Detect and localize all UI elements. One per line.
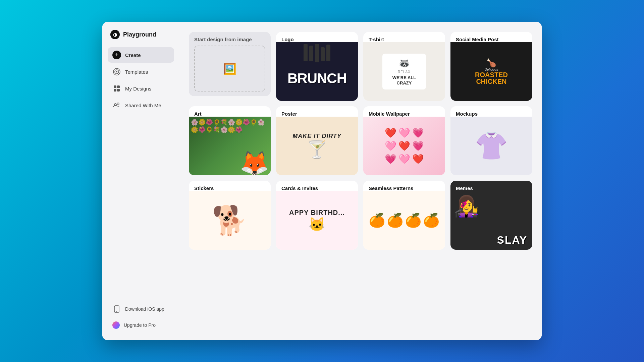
- sidebar-item-shared[interactable]: Shared With Me: [108, 98, 174, 113]
- relax-text: Relax: [388, 70, 421, 74]
- create-nav-icon: +: [112, 51, 121, 59]
- upgrade-pro-button[interactable]: Upgrade to Pro: [108, 318, 174, 332]
- card-invites[interactable]: Cards & Invites APPY BIRTHD... 🐱: [276, 181, 358, 250]
- download-ios-button[interactable]: Download iOS app: [108, 301, 174, 317]
- card-mobile-wallpaper[interactable]: Mobile Wallpaper ❤️ 🩷 💗 🩷 ❤️ 💗 💗 🩷 ❤️: [363, 106, 445, 175]
- slay-text: SLAY: [497, 234, 527, 246]
- svg-rect-6: [117, 89, 120, 92]
- sidebar-shared-label: Shared With Me: [125, 103, 161, 108]
- upload-icon: 🖼️: [223, 62, 236, 75]
- raccoon-icon: 🦝: [388, 58, 421, 69]
- heart-2: 🩷: [398, 127, 410, 138]
- poster-content: MAKE IT DIRTY 🍸: [292, 133, 341, 159]
- my-designs-icon: [112, 84, 121, 93]
- upgrade-pro-label: Upgrade to Pro: [124, 322, 156, 328]
- card-start-from-image[interactable]: Start design from image 🖼️: [189, 32, 271, 96]
- poster-label: Poster: [276, 106, 358, 117]
- phone-icon: [112, 305, 121, 313]
- invites-label: Cards & Invites: [276, 181, 358, 191]
- mobile-preview: ❤️ 🩷 💗 🩷 ❤️ 💗 💗 🩷 ❤️: [363, 117, 445, 175]
- stickers-label: Stickers: [189, 181, 271, 191]
- social-preview: 🍗 Delicious ROASTEDCHICKEN: [450, 42, 532, 101]
- orange-4-icon: 🍊: [423, 213, 440, 228]
- app-window: ◑ Playground + Create Templates: [102, 22, 542, 340]
- template-icon: [112, 67, 121, 76]
- logo-preview: BRUNCH: [276, 42, 358, 101]
- social-media-label: Social Media Post: [450, 32, 532, 42]
- tshirt-content: 🦝 Relax WE'RE ALL CRAZY: [382, 54, 426, 89]
- heart-3: 💗: [412, 127, 424, 138]
- mobile-wallpaper-label: Mobile Wallpaper: [363, 106, 445, 117]
- heart-8: 🩷: [398, 154, 410, 165]
- social-content: 🍗 Delicious ROASTEDCHICKEN: [475, 58, 508, 85]
- svg-rect-4: [117, 85, 120, 88]
- card-mockups[interactable]: Mockups 👚: [450, 106, 532, 175]
- poster-preview: MAKE IT DIRTY 🍸: [276, 117, 358, 175]
- sidebar-item-create[interactable]: + Create: [108, 47, 174, 63]
- stickers-preview: 🐕: [189, 191, 271, 250]
- sidebar-item-my-designs[interactable]: My Designs: [108, 81, 174, 96]
- mockups-preview: 👚: [450, 117, 532, 175]
- heart-4: 🩷: [385, 140, 396, 152]
- plus-circle-icon: +: [112, 51, 121, 59]
- meme-person-icon: 👩‍🎤: [454, 194, 479, 218]
- svg-point-8: [117, 103, 119, 105]
- tshirt-preview: 🦝 Relax WE'RE ALL CRAZY: [363, 42, 445, 101]
- app-logo: ◑ Playground: [108, 30, 174, 39]
- card-stickers[interactable]: Stickers 🐕: [189, 181, 271, 250]
- main-content: Start design from image 🖼️ Logo: [179, 22, 542, 340]
- art-character-icon: 🦊: [240, 149, 269, 175]
- shared-icon: [112, 101, 121, 110]
- download-ios-label: Download iOS app: [125, 306, 164, 312]
- svg-point-10: [116, 311, 117, 312]
- patterns-preview: 🍊 🍊 🍊 🍊: [363, 191, 445, 250]
- memes-preview: 👩‍🎤 SLAY: [450, 191, 532, 250]
- card-social-media[interactable]: Social Media Post 🍗 Delicious ROASTEDCHI…: [450, 32, 532, 101]
- card-tshirt[interactable]: T-shirt 🦝 Relax WE'RE ALL CRAZY: [363, 32, 445, 101]
- birthday-text: APPY BIRTHD...: [289, 209, 345, 217]
- tshirt-label: T-shirt: [363, 32, 445, 42]
- art-label: Art: [189, 106, 271, 117]
- svg-rect-5: [114, 89, 116, 92]
- card-poster[interactable]: Poster MAKE IT DIRTY 🍸: [276, 106, 358, 175]
- birthday-content: APPY BIRTHD... 🐱: [289, 209, 345, 232]
- patterns-label: Seamless Patterns: [363, 181, 445, 191]
- memes-label: Memes: [450, 181, 532, 191]
- art-preview: 🌸🌼🌺🌻💐🌸🌼🌺🌻🌸🌼🌺🌻💐🌸🌼🌺 🦊: [189, 117, 271, 175]
- heart-7: 💗: [385, 154, 396, 165]
- sidebar-templates-label: Templates: [125, 69, 148, 75]
- invites-preview: APPY BIRTHD... 🐱: [276, 191, 358, 250]
- roasted-text: ROASTEDCHICKEN: [475, 71, 508, 85]
- app-title: Playground: [123, 31, 156, 38]
- mockup-person-icon: 👚: [475, 130, 508, 162]
- logo-label: Logo: [276, 32, 358, 42]
- upload-area[interactable]: 🖼️: [194, 46, 265, 92]
- svg-rect-3: [114, 85, 116, 88]
- hearts-grid: ❤️ 🩷 💗 🩷 ❤️ 💗 💗 🩷 ❤️: [381, 124, 427, 168]
- poster-headline-text: MAKE IT DIRTY: [292, 133, 341, 140]
- card-logo[interactable]: Logo BRUNCH: [276, 32, 358, 101]
- chicken-icon: 🍗: [475, 58, 508, 68]
- sidebar-item-templates[interactable]: Templates: [108, 64, 174, 79]
- birthday-cat-icon: 🐱: [289, 217, 345, 232]
- card-memes[interactable]: Memes 👩‍🎤 SLAY: [450, 181, 532, 250]
- orange-3-icon: 🍊: [405, 213, 422, 228]
- orange-2-icon: 🍊: [387, 213, 404, 228]
- pro-icon: [112, 321, 120, 329]
- logo-icon: ◑: [110, 30, 120, 39]
- sidebar: ◑ Playground + Create Templates: [102, 22, 179, 340]
- heart-6: 💗: [412, 140, 424, 152]
- orange-1-icon: 🍊: [369, 213, 385, 228]
- svg-point-2: [116, 71, 117, 72]
- design-grid: Start design from image 🖼️ Logo: [189, 32, 532, 250]
- card-patterns[interactable]: Seamless Patterns 🍊 🍊 🍊 🍊: [363, 181, 445, 250]
- sidebar-create-label: Create: [125, 52, 141, 58]
- sidebar-bottom: Download iOS app Upgrade to Pro: [108, 301, 174, 332]
- card-art[interactable]: Art 🌸🌼🌺🌻💐🌸🌼🌺🌻🌸🌼🌺🌻💐🌸🌼🌺 🦊: [189, 106, 271, 175]
- crazy-text: WE'RE ALL CRAZY: [388, 75, 421, 85]
- sidebar-my-designs-label: My Designs: [125, 86, 151, 92]
- start-from-image-label: Start design from image: [194, 37, 265, 42]
- corgi-sticker-icon: 🐕: [212, 204, 248, 237]
- cocktail-icon: 🍸: [292, 140, 341, 159]
- heart-9: ❤️: [412, 154, 424, 165]
